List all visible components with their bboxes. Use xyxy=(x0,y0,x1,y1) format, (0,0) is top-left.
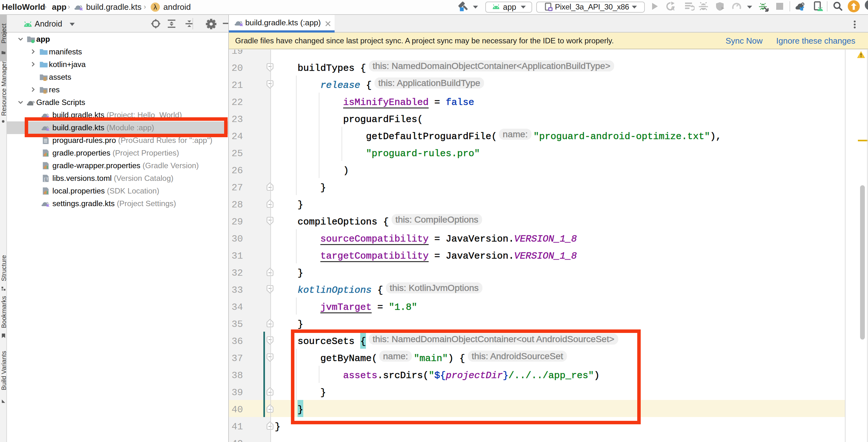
svg-text:[T]: [T] xyxy=(43,177,50,182)
svg-text:A: A xyxy=(671,5,675,11)
